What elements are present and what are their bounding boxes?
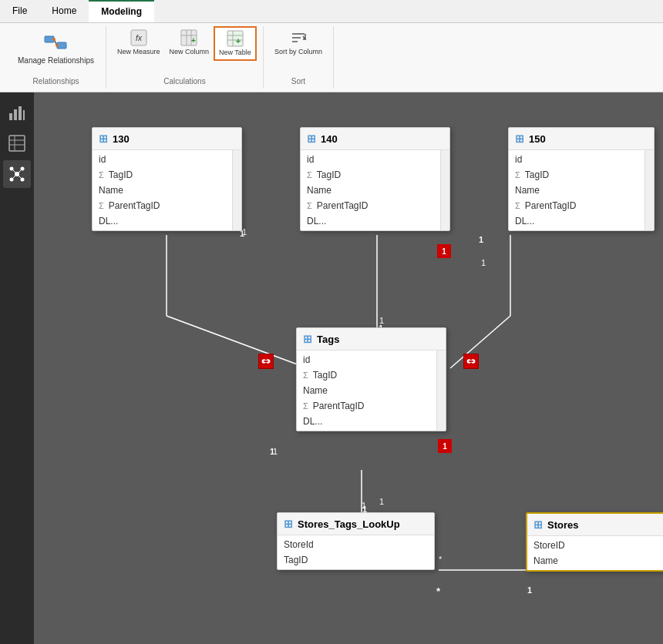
table-header-stores-tags-lookup[interactable]: ⊞ Stores_Tags_LookUp [278, 513, 434, 535]
scrollbar-130[interactable] [232, 150, 241, 230]
field-130-id: id [93, 152, 241, 167]
sidebar-icon-model[interactable] [3, 160, 31, 188]
field-150-tagid: ΣTagID [509, 167, 654, 183]
sidebar [0, 92, 34, 644]
table-body-tags: id ΣTagID Name ΣParentTagID DL... [297, 351, 446, 431]
sidebar-icon-data[interactable] [3, 129, 31, 157]
svg-text:+: + [236, 36, 241, 45]
label-star-stores: * [436, 585, 440, 597]
relationships-group-label: Relationships [32, 77, 79, 89]
svg-line-42 [450, 316, 510, 368]
label-1-left: 1 [270, 447, 274, 456]
new-table-icon: + [227, 30, 244, 47]
svg-point-4 [56, 44, 59, 47]
manage-relationships-button[interactable]: Manage Relationships [12, 26, 99, 69]
new-table-button[interactable]: + New Table [214, 26, 257, 61]
new-measure-button[interactable]: fx New Measure [113, 26, 165, 59]
svg-rect-22 [14, 109, 17, 120]
ribbon: File Home Modeling Manage [0, 0, 663, 92]
table-body-150: id ΣTagID Name ΣParentTagID DL... [509, 150, 654, 230]
label-1-150: 1 [479, 235, 483, 244]
new-column-icon: + [180, 29, 197, 46]
sort-by-column-icon [290, 29, 307, 46]
field-130-dl: DL... [93, 213, 241, 229]
sidebar-icon-report[interactable] [3, 99, 31, 126]
svg-line-34 [13, 170, 15, 173]
field-150-dl: DL... [509, 213, 654, 229]
field-130-parenttagid: ΣParentTagID [93, 198, 241, 213]
manage-relationships-label: Manage Relationships [18, 56, 94, 65]
sort-by-column-button[interactable]: Sort by Column [270, 26, 327, 59]
new-measure-label: New Measure [117, 48, 160, 56]
table-card-140[interactable]: ⊞ 140 id ΣTagID Name ΣParentTagID DL... [300, 127, 450, 231]
table-header-stores[interactable]: ⊞ Stores [527, 514, 663, 536]
table-header-tags[interactable]: ⊞ Tags [297, 328, 446, 351]
svg-text:*: * [439, 555, 443, 564]
field-140-dl: DL... [301, 213, 449, 229]
table-name-stores-tags-lookup: Stores_Tags_LookUp [298, 518, 400, 530]
field-140-parenttagid: ΣParentTagID [301, 198, 449, 213]
field-150-name: Name [509, 183, 654, 198]
new-measure-icon: fx [130, 29, 147, 46]
connector-badge-150-tags [463, 354, 479, 369]
scrollbar-150[interactable] [644, 150, 654, 230]
table-body-stores: StoreID Name [527, 536, 663, 570]
table-card-stores[interactable]: ⊞ Stores StoreID Name [526, 512, 663, 572]
svg-line-35 [19, 170, 21, 173]
svg-rect-24 [23, 110, 25, 120]
sort-by-column-label: Sort by Column [274, 48, 322, 56]
svg-text:+: + [191, 36, 196, 45]
table-card-stores-tags-lookup[interactable]: ⊞ Stores_Tags_LookUp StoreId TagID [277, 512, 435, 570]
svg-point-30 [10, 167, 14, 171]
svg-text:1: 1 [481, 258, 486, 267]
field-tags-id: id [297, 352, 446, 367]
new-column-label: New Column [169, 48, 209, 56]
svg-line-36 [13, 176, 15, 178]
label-1-stores-end: 1 [527, 585, 532, 595]
ribbon-group-calculations: fx New Measure + [106, 26, 264, 89]
table-body-140: id ΣTagID Name ΣParentTagID DL... [301, 150, 449, 230]
svg-point-31 [21, 167, 25, 171]
table-card-130[interactable]: ⊞ 130 id ΣTagID Name ΣParentTagID DL... [92, 127, 242, 231]
badge-1-t140: 1 [437, 244, 451, 258]
table-card-tags[interactable]: ⊞ Tags id ΣTagID Name ΣParentTagID DL... [296, 327, 446, 431]
svg-point-3 [52, 38, 56, 41]
canvas[interactable]: 1 1 1 1 1 1 * 1 [34, 92, 663, 644]
new-table-label: New Table [219, 49, 251, 57]
tab-file[interactable]: File [0, 0, 39, 22]
table-header-icon-130: ⊞ [99, 132, 108, 145]
tab-modeling[interactable]: Modeling [89, 0, 154, 22]
tab-home[interactable]: Home [39, 0, 89, 22]
new-column-button[interactable]: + New Column [164, 26, 214, 59]
svg-line-39 [167, 316, 308, 368]
svg-rect-23 [19, 106, 22, 120]
scrollbar-140[interactable] [440, 150, 449, 230]
field-stores-storeid: StoreID [527, 538, 663, 553]
field-140-id: id [301, 152, 449, 167]
scrollbar-tags[interactable] [436, 351, 446, 431]
field-tags-parenttagid: ΣParentTagID [297, 398, 446, 414]
connector-badge-130-tags [258, 354, 274, 369]
field-130-name: Name [93, 183, 241, 198]
svg-point-32 [10, 178, 14, 182]
calculations-buttons: fx New Measure + [113, 26, 257, 77]
table-header-130[interactable]: ⊞ 130 [93, 128, 241, 150]
table-card-150[interactable]: ⊞ 150 id ΣTagID Name ΣParentTagID DL... [508, 127, 655, 231]
table-header-140[interactable]: ⊞ 140 [301, 128, 449, 150]
table-body-stores-tags-lookup: StoreId TagID [278, 535, 434, 569]
relationships-buttons: Manage Relationships [12, 26, 99, 77]
svg-text:fx: fx [136, 34, 143, 42]
table-body-130: id ΣTagID Name ΣParentTagID DL... [93, 150, 241, 230]
field-150-parenttagid: ΣParentTagID [509, 198, 654, 213]
ribbon-content: Manage Relationships Relationships fx Ne… [0, 23, 663, 92]
field-stl-tagid: TagID [278, 552, 434, 568]
svg-text:1: 1 [379, 497, 384, 506]
table-header-icon-stores-tags: ⊞ [284, 518, 293, 530]
sort-group-label: Sort [291, 77, 305, 89]
manage-relationships-icon [43, 30, 68, 55]
field-tags-name: Name [297, 383, 446, 398]
table-header-150[interactable]: ⊞ 150 [509, 128, 654, 150]
ribbon-group-sort: Sort by Column Sort [264, 26, 334, 89]
app-container: 1 1 1 1 1 1 * 1 [0, 92, 663, 644]
table-name-150: 150 [529, 133, 546, 145]
